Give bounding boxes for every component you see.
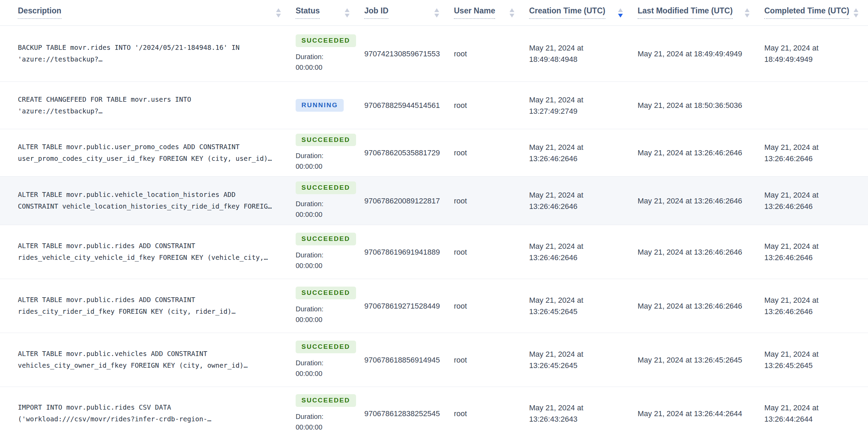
last-modified-time-cell: May 21, 2024 at 13:26:46:2646: [638, 300, 764, 312]
job-status-cell: RUNNING: [296, 99, 364, 112]
sort-arrows-icon[interactable]: [434, 8, 439, 18]
job-description-cell: IMPORT INTO movr.public.rides CSV DATA (…: [0, 402, 296, 425]
column-header-label[interactable]: Description: [18, 7, 61, 19]
creation-time-cell: May 21, 2024 at 13:27:49:2749: [529, 94, 638, 117]
job-description-cell: BACKUP TABLE movr.rides INTO '/2024/05/2…: [0, 42, 296, 65]
sort-arrows-icon[interactable]: [618, 8, 623, 18]
status-badge: SUCCEEDED: [296, 134, 356, 146]
column-header-label[interactable]: Creation Time (UTC): [529, 7, 605, 19]
status-badge: SUCCEEDED: [296, 394, 356, 407]
column-header-label[interactable]: Last Modified Time (UTC): [638, 7, 733, 19]
job-description-cell: CREATE CHANGEFEED FOR TABLE movr.users I…: [0, 94, 296, 117]
table-row[interactable]: ALTER TABLE movr.public.rides ADD CONSTR…: [0, 225, 868, 279]
job-duration: Duration: 00:00:00: [296, 411, 357, 433]
job-duration-label: Duration:: [296, 411, 357, 422]
last-modified-time-cell: May 21, 2024 at 13:26:44:2644: [638, 408, 764, 419]
job-duration-label: Duration:: [296, 250, 357, 260]
table-row[interactable]: ALTER TABLE movr.public.vehicle_location…: [0, 177, 868, 225]
column-header-last-modified-time-utc[interactable]: Last Modified Time (UTC): [638, 0, 764, 25]
completed-time-cell: May 21, 2024 at 13:26:45:2645: [764, 348, 868, 371]
status-badge: SUCCEEDED: [296, 341, 356, 353]
job-description[interactable]: ALTER TABLE movr.public.rides ADD CONSTR…: [18, 240, 278, 264]
table-row[interactable]: ALTER TABLE movr.public.rides ADD CONSTR…: [0, 279, 868, 333]
job-description[interactable]: ALTER TABLE movr.public.vehicles ADD CON…: [18, 348, 278, 371]
completed-time-cell: May 21, 2024 at 13:26:46:2646: [764, 295, 868, 317]
job-description[interactable]: ALTER TABLE movr.public.vehicle_location…: [18, 189, 278, 212]
job-duration: Duration: 00:00:00: [296, 304, 357, 325]
column-header-label[interactable]: User Name: [454, 7, 495, 19]
job-duration-label: Duration:: [296, 199, 357, 209]
job-duration-value: 00:00:00: [296, 422, 357, 433]
jobs-table: Description Status Job ID User Name Crea…: [0, 0, 868, 440]
column-header-label[interactable]: Status: [296, 7, 320, 19]
creation-time-cell: May 21, 2024 at 13:26:43:2643: [529, 402, 638, 425]
job-duration-label: Duration:: [296, 151, 357, 161]
job-id-cell: 970678619271528449: [364, 300, 454, 312]
table-row[interactable]: ALTER TABLE movr.public.user_promo_codes…: [0, 129, 868, 177]
job-id-cell: 970678825944514561: [364, 100, 454, 111]
last-modified-time-cell: May 21, 2024 at 18:49:49:4949: [638, 48, 764, 59]
job-description-cell: ALTER TABLE movr.public.vehicle_location…: [0, 189, 296, 212]
job-description[interactable]: BACKUP TABLE movr.rides INTO '/2024/05/2…: [18, 42, 278, 65]
sort-arrows-icon[interactable]: [744, 8, 750, 18]
sort-arrows-icon[interactable]: [509, 8, 515, 18]
creation-time-cell: May 21, 2024 at 13:26:46:2646: [529, 241, 638, 263]
job-duration: Duration: 00:00:00: [296, 199, 357, 220]
table-row[interactable]: BACKUP TABLE movr.rides INTO '/2024/05/2…: [0, 26, 868, 82]
completed-time-cell: May 21, 2024 at 13:26:44:2644: [764, 402, 868, 425]
status-badge: SUCCEEDED: [296, 34, 356, 47]
column-header-job-id[interactable]: Job ID: [364, 0, 454, 25]
sort-arrows-icon[interactable]: [276, 8, 281, 18]
job-duration-value: 00:00:00: [296, 161, 357, 172]
creation-time-cell: May 21, 2024 at 13:26:46:2646: [529, 189, 638, 212]
user-name-cell: root: [454, 300, 529, 312]
completed-time-cell: May 21, 2024 at 13:26:46:2646: [764, 142, 868, 164]
job-status-cell: SUCCEEDED Duration: 00:00:00: [296, 233, 364, 271]
creation-time-cell: May 21, 2024 at 13:26:45:2645: [529, 295, 638, 317]
job-status-cell: SUCCEEDED Duration: 00:00:00: [296, 341, 364, 379]
column-header-label[interactable]: Completed Time (UTC): [764, 7, 849, 19]
completed-time-cell: May 21, 2024 at 13:26:46:2646: [764, 189, 868, 212]
job-status-cell: SUCCEEDED Duration: 00:00:00: [296, 394, 364, 433]
job-duration-label: Duration:: [296, 304, 357, 314]
column-header-status[interactable]: Status: [296, 0, 364, 25]
user-name-cell: root: [454, 48, 529, 59]
table-row[interactable]: IMPORT INTO movr.public.rides CSV DATA (…: [0, 387, 868, 440]
job-id-cell: 970678620535881729: [364, 147, 454, 158]
table-row[interactable]: ALTER TABLE movr.public.vehicles ADD CON…: [0, 333, 868, 387]
completed-time-cell: May 21, 2024 at 18:49:49:4949: [764, 42, 868, 65]
job-duration: Duration: 00:00:00: [296, 358, 357, 379]
user-name-cell: root: [454, 408, 529, 419]
user-name-cell: root: [454, 195, 529, 207]
job-duration-value: 00:00:00: [296, 260, 357, 271]
job-id-cell: 970678612838252545: [364, 408, 454, 419]
last-modified-time-cell: May 21, 2024 at 18:50:36:5036: [638, 100, 764, 111]
table-row[interactable]: CREATE CHANGEFEED FOR TABLE movr.users I…: [0, 82, 868, 129]
table-body: BACKUP TABLE movr.rides INTO '/2024/05/2…: [0, 26, 868, 440]
column-header-creation-time-utc[interactable]: Creation Time (UTC): [529, 0, 638, 25]
sort-arrows-icon[interactable]: [853, 8, 859, 18]
job-description[interactable]: ALTER TABLE movr.public.rides ADD CONSTR…: [18, 294, 278, 318]
column-header-label[interactable]: Job ID: [364, 7, 388, 19]
job-status-cell: SUCCEEDED Duration: 00:00:00: [296, 34, 364, 73]
completed-time-cell: May 21, 2024 at 13:26:46:2646: [764, 241, 868, 263]
job-description-cell: ALTER TABLE movr.public.rides ADD CONSTR…: [0, 294, 296, 318]
job-description[interactable]: IMPORT INTO movr.public.rides CSV DATA (…: [18, 402, 278, 425]
job-description[interactable]: ALTER TABLE movr.public.user_promo_codes…: [18, 141, 278, 165]
table-header-row: Description Status Job ID User Name Crea…: [0, 0, 868, 26]
job-description-cell: ALTER TABLE movr.public.rides ADD CONSTR…: [0, 240, 296, 264]
column-header-user-name[interactable]: User Name: [454, 0, 529, 25]
job-description[interactable]: CREATE CHANGEFEED FOR TABLE movr.users I…: [18, 94, 278, 117]
user-name-cell: root: [454, 147, 529, 158]
column-header-completed-time-utc[interactable]: Completed Time (UTC): [764, 0, 868, 25]
status-badge: SUCCEEDED: [296, 287, 356, 299]
user-name-cell: root: [454, 246, 529, 258]
creation-time-cell: May 21, 2024 at 13:26:45:2645: [529, 348, 638, 371]
job-duration-label: Duration:: [296, 52, 357, 62]
job-duration-value: 00:00:00: [296, 209, 357, 220]
column-header-description[interactable]: Description: [0, 0, 296, 25]
job-id-cell: 970678618856914945: [364, 354, 454, 366]
status-badge: SUCCEEDED: [296, 181, 356, 194]
sort-arrows-icon[interactable]: [344, 8, 350, 18]
job-duration: Duration: 00:00:00: [296, 250, 357, 271]
